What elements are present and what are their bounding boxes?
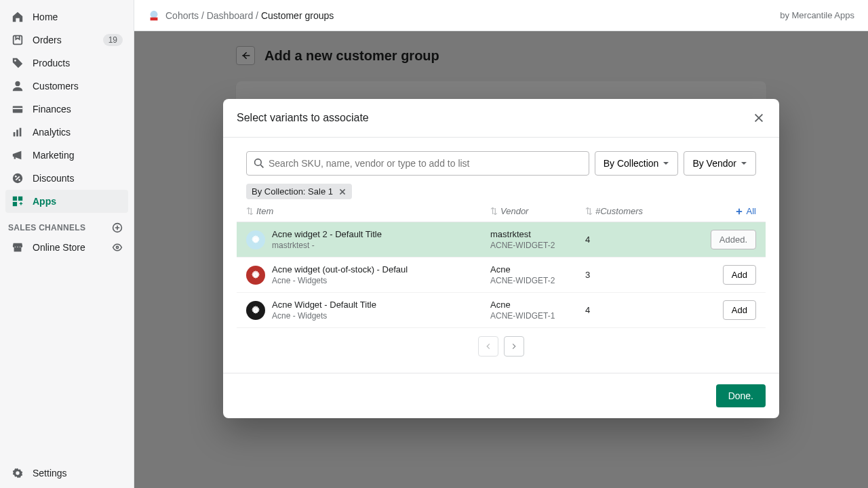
person-icon (11, 79, 24, 93)
sku: ACNE-WIDGET-2 (490, 276, 555, 285)
main: Cohorts / Dashboard / Customer groups by… (134, 0, 868, 488)
search-row: By Collection By Vendor (237, 151, 766, 176)
svg-rect-5 (14, 132, 16, 136)
nav-customers[interactable]: Customers (5, 75, 128, 98)
added-button[interactable]: Added. (711, 230, 756, 249)
add-all-button[interactable]: All (734, 206, 756, 216)
app-logo-icon (148, 9, 160, 22)
modal-body: By Collection By Vendor By Collection: S… (223, 138, 779, 373)
nav-discounts[interactable]: Discounts (5, 167, 128, 190)
svg-point-2 (15, 81, 20, 86)
close-button[interactable] (752, 111, 766, 125)
svg-rect-11 (13, 197, 17, 201)
search-input[interactable] (269, 158, 582, 169)
search-icon (254, 158, 264, 169)
view-store-icon[interactable] (112, 242, 123, 253)
sales-channels-heading: SALES CHANNELS (5, 213, 128, 236)
table-row: Acne widget 2 - Default Titlemastrktest … (237, 222, 766, 258)
done-button[interactable]: Done. (716, 384, 766, 407)
svg-point-9 (15, 176, 17, 178)
modal-footer: Done. (223, 373, 779, 418)
svg-point-21 (255, 159, 262, 166)
svg-point-1 (14, 60, 16, 62)
vendor: Acne (490, 300, 555, 310)
svg-point-17 (116, 246, 118, 248)
table-head: ⇅Item ⇅Vendor ⇅#Customers All (237, 206, 766, 222)
nav-analytics[interactable]: Analytics (5, 121, 128, 144)
breadcrumb: Cohorts / Dashboard / Customer groups (165, 10, 334, 21)
analytics-icon (11, 125, 24, 139)
remove-chip-icon[interactable] (338, 188, 347, 196)
product-thumbnail (246, 301, 265, 320)
finances-icon (11, 102, 24, 116)
channel-label: Online Store (33, 242, 85, 253)
nav-label: Analytics (33, 127, 71, 138)
by-vendor-dropdown[interactable]: By Vendor (684, 151, 756, 176)
svg-rect-4 (13, 108, 22, 109)
svg-rect-20 (151, 17, 158, 20)
svg-rect-7 (20, 128, 22, 137)
next-page-button[interactable] (504, 336, 524, 357)
nav-label: Apps (33, 196, 56, 207)
svg-point-10 (18, 179, 20, 181)
svg-rect-12 (18, 197, 22, 201)
orders-icon (11, 33, 24, 47)
vendor: mastrktest (490, 229, 555, 239)
store-icon (11, 241, 24, 254)
item-title: Acne widget (out-of-stock) - Defaul (272, 264, 408, 274)
gear-icon (246, 266, 265, 285)
nav-orders[interactable]: Orders 19 (5, 28, 128, 52)
gear-icon (11, 466, 24, 480)
home-icon (11, 10, 24, 24)
nav-label: Products (33, 58, 70, 68)
nav-settings[interactable]: Settings (5, 458, 128, 488)
chevron-down-icon (741, 160, 747, 167)
svg-rect-15 (20, 202, 21, 205)
product-thumbnail (246, 266, 265, 285)
table-body: Acne widget 2 - Default Titlemastrktest … (237, 222, 766, 328)
discount-icon (11, 171, 24, 185)
nav-label: Discounts (33, 173, 74, 184)
nav-finances[interactable]: Finances (5, 98, 128, 121)
breadcrumb-b[interactable]: Dashboard (207, 10, 254, 21)
add-channel-icon[interactable] (112, 222, 123, 233)
search-wrap[interactable] (246, 151, 589, 176)
item-title: Acne Widget - Default Title (272, 300, 376, 310)
nav-label: Customers (33, 81, 79, 92)
variant-modal: Select variants to associate By Collecti… (223, 99, 779, 418)
nav-label: Finances (33, 104, 71, 115)
nav-marketing[interactable]: Marketing (5, 144, 128, 167)
nav-label: Orders (33, 35, 62, 45)
add-button[interactable]: Add (723, 265, 756, 285)
prev-page-button[interactable] (478, 336, 498, 357)
customer-count: 4 (585, 305, 590, 315)
item-subtitle: Acne - Widgets (272, 311, 376, 321)
channel-online-store[interactable]: Online Store (5, 236, 128, 259)
item-subtitle: mastrktest - (272, 241, 382, 250)
gear-icon (246, 230, 265, 249)
sort-icon[interactable]: ⇅ (490, 206, 498, 216)
add-button[interactable]: Add (723, 300, 756, 320)
svg-rect-6 (16, 129, 18, 136)
table-row: Acne Widget - Default TitleAcne - Widget… (237, 293, 766, 328)
customer-count: 3 (585, 270, 590, 280)
by-collection-dropdown[interactable]: By Collection (595, 151, 679, 176)
svg-point-18 (16, 471, 19, 474)
nav-label: Home (33, 12, 58, 22)
modal-header: Select variants to associate (223, 99, 779, 138)
item-subtitle: Acne - Widgets (272, 276, 408, 285)
svg-point-19 (151, 10, 158, 18)
attribution: by Mercantile Apps (780, 10, 854, 20)
svg-rect-0 (14, 36, 22, 45)
svg-rect-3 (13, 106, 22, 113)
sort-icon[interactable]: ⇅ (246, 206, 254, 216)
topbar: Cohorts / Dashboard / Customer groups by… (134, 0, 868, 31)
sidebar: Home Orders 19 Products Customers Financ… (0, 0, 134, 488)
item-title: Acne widget 2 - Default Title (272, 229, 382, 239)
nav-products[interactable]: Products (5, 52, 128, 75)
nav-home[interactable]: Home (5, 5, 128, 28)
sort-icon[interactable]: ⇅ (585, 206, 593, 216)
nav-apps[interactable]: Apps (5, 190, 128, 213)
breadcrumb-a[interactable]: Cohorts (165, 10, 199, 21)
table-row: Acne widget (out-of-stock) - DefaulAcne … (237, 258, 766, 293)
